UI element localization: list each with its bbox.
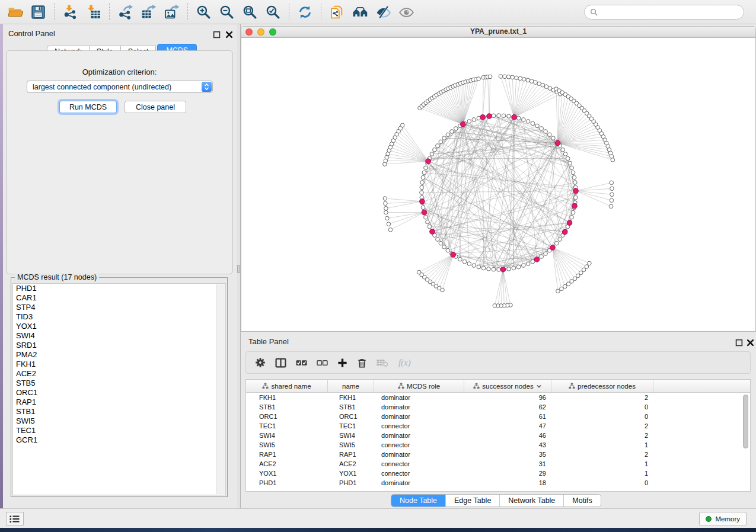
mcds-result-item[interactable]: STP4 <box>13 303 225 312</box>
delete-row-button[interactable] <box>357 358 367 368</box>
open-file-button[interactable] <box>4 2 27 22</box>
column-header-name[interactable]: name <box>328 380 374 392</box>
table-cell: FKH1 <box>328 393 374 402</box>
tab-motifs[interactable]: Motifs <box>563 495 600 507</box>
mcds-result-item[interactable]: PMA2 <box>13 350 225 360</box>
table-scrollbar[interactable] <box>743 395 748 448</box>
mcds-result-item[interactable]: FKH1 <box>13 360 225 369</box>
table-cell: STB1 <box>328 402 374 412</box>
table-row[interactable]: YOX1YOX1connector291 <box>246 469 750 478</box>
select-all-button[interactable] <box>296 357 307 368</box>
table-row[interactable]: PHD1PHD1dominator180 <box>246 478 750 488</box>
mcds-result-item[interactable]: RAP1 <box>13 398 225 407</box>
delete-table-button <box>377 358 388 367</box>
table-cell: connector <box>374 469 464 478</box>
export-network-button[interactable] <box>114 2 137 22</box>
save-session-button[interactable] <box>27 2 50 22</box>
close-panel-button[interactable]: Close panel <box>125 101 186 113</box>
table-row[interactable]: SWI5SWI5connector431 <box>246 440 750 450</box>
mcds-result-item[interactable]: ACE2 <box>13 369 225 379</box>
table-row[interactable]: ACE2ACE2connector311 <box>246 459 750 469</box>
import-network-from-file-button[interactable] <box>59 2 82 22</box>
close-panel-icon[interactable] <box>225 30 233 38</box>
run-mcds-button[interactable]: Run MCDS <box>59 101 117 113</box>
zoom-selected-region-icon <box>265 4 281 20</box>
mcds-result-item[interactable]: CAR1 <box>13 293 225 303</box>
table-cell: 29 <box>464 469 551 478</box>
column-header-shared-name[interactable]: shared name <box>246 380 328 392</box>
zoom-selected-region-button[interactable] <box>261 2 285 22</box>
table-cell: 61 <box>464 412 551 421</box>
apply-preferred-layout-icon <box>297 4 313 20</box>
table-header-row: shared namenameMCDS rolesuccessor nodesp… <box>246 380 750 393</box>
float-table-panel-icon[interactable] <box>735 338 743 346</box>
table-row[interactable]: RAP1RAP1dominator352 <box>246 450 750 459</box>
table-cell: 0 <box>551 402 653 412</box>
table-row[interactable]: TEC1TEC1connector472 <box>246 421 750 431</box>
mcds-result-item[interactable]: STB1 <box>13 407 225 416</box>
close-window-icon[interactable] <box>245 28 253 36</box>
hide-panels-button[interactable] <box>372 2 395 22</box>
mcds-result-list[interactable]: PHD1CAR1STP4TID3YOX1SWI4SRD1PMA2FKH1ACE2… <box>12 283 226 495</box>
mcds-result-item[interactable]: TEC1 <box>13 426 225 435</box>
optimization-criterion-select[interactable]: largest connected component (undirected) <box>27 81 213 93</box>
column-header-predecessor-nodes[interactable]: predecessor nodes <box>551 380 653 392</box>
apply-preferred-layout-button[interactable] <box>294 2 317 22</box>
mcds-result-item[interactable]: STB5 <box>13 379 225 388</box>
zoom-fit-content-button[interactable] <box>238 2 261 22</box>
mcds-result-item[interactable]: GCR1 <box>13 435 225 445</box>
network-view-canvas[interactable] <box>241 37 756 332</box>
sort-desc-icon <box>536 383 542 389</box>
tab-edge-table[interactable]: Edge Table <box>445 495 499 507</box>
close-table-panel-icon[interactable] <box>747 338 754 346</box>
copy-network-view-button[interactable] <box>326 2 349 22</box>
show-panels-button[interactable] <box>395 2 418 22</box>
zoom-window-icon[interactable] <box>269 28 276 36</box>
toolbar-separator <box>321 4 321 20</box>
node-table[interactable]: shared namenameMCDS rolesuccessor nodesp… <box>245 379 751 492</box>
network-window-titlebar[interactable]: YPA_prune.txt_1 <box>241 26 756 37</box>
table-row[interactable]: FKH1FKH1dominator962 <box>246 393 750 402</box>
table-cell: YOX1 <box>328 469 374 478</box>
show-log-button[interactable] <box>6 512 24 525</box>
table-settings-button[interactable] <box>255 357 266 368</box>
mcds-result-item[interactable]: YOX1 <box>13 322 225 331</box>
toolbar-separator <box>289 4 289 20</box>
zoom-out-button[interactable] <box>215 2 238 22</box>
add-row-button[interactable] <box>337 358 347 368</box>
zoom-in-button[interactable] <box>192 2 215 22</box>
result-list-scrollbar[interactable] <box>216 284 225 494</box>
search-box[interactable] <box>584 5 744 20</box>
table-cell: 96 <box>464 393 551 402</box>
table-cell: ACE2 <box>328 459 374 469</box>
table-row[interactable]: ORC1ORC1dominator610 <box>246 412 750 421</box>
splitter-grip[interactable] <box>237 265 240 273</box>
clear-selection-button[interactable] <box>317 357 328 368</box>
table-settings-icon <box>255 357 266 368</box>
mcds-result-item[interactable]: TID3 <box>13 312 225 322</box>
mcds-result-item[interactable]: SRD1 <box>13 341 225 350</box>
column-header-successor-nodes[interactable]: successor nodes <box>464 380 551 392</box>
import-table-from-file-button[interactable] <box>82 2 105 22</box>
table-cell: 2 <box>551 393 653 402</box>
minimize-window-icon[interactable] <box>257 28 264 36</box>
mcds-result-item[interactable]: SWI5 <box>13 416 225 426</box>
mcds-result-item[interactable]: PHD1 <box>13 284 225 293</box>
search-network-button[interactable] <box>349 2 372 22</box>
table-row[interactable]: SWI4SWI4dominator462 <box>246 431 750 440</box>
column-header-MCDS-role[interactable]: MCDS role <box>374 380 464 392</box>
memory-button[interactable]: Memory <box>699 512 747 526</box>
table-row[interactable]: STB1STB1dominator620 <box>246 402 750 412</box>
table-cell: connector <box>374 421 464 431</box>
table-cell: 35 <box>464 450 551 459</box>
tab-node-table[interactable]: Node Table <box>391 495 445 507</box>
mcds-result-item[interactable]: ORC1 <box>13 388 225 398</box>
select-stepper-icon <box>202 82 212 92</box>
search-input[interactable] <box>601 7 744 18</box>
float-panel-icon[interactable] <box>213 30 221 38</box>
mcds-result-item[interactable]: SWI4 <box>13 331 225 341</box>
export-image-button[interactable] <box>160 2 183 22</box>
show-columns-button[interactable] <box>275 357 286 368</box>
tab-network-table[interactable]: Network Table <box>499 495 563 507</box>
export-table-button[interactable] <box>137 2 160 22</box>
